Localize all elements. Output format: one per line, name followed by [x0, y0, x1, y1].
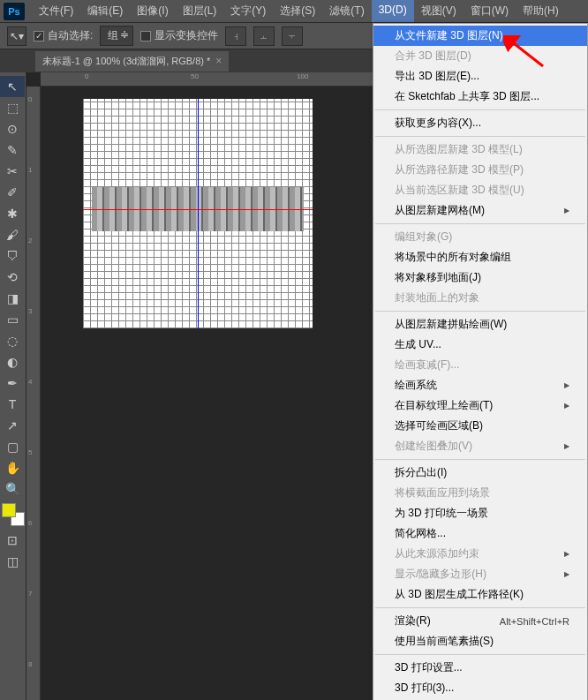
tool-preset-picker[interactable]: ↖▾: [7, 26, 26, 46]
auto-select-target-dropdown[interactable]: 组: [100, 26, 133, 46]
show-transform-checkbox[interactable]: 显示变换控件: [140, 28, 218, 43]
menu-e[interactable]: 编辑(E): [80, 0, 130, 22]
menu-separator: [375, 223, 585, 224]
menu-item-label: 将横截面应用到场景: [395, 485, 490, 501]
lasso-tool[interactable]: ⊙: [0, 118, 25, 139]
menu-l[interactable]: 图层(L): [176, 0, 224, 22]
menu-item-label: 绘画系统: [395, 378, 437, 393]
menu-item-label: 从此来源添加约束: [395, 546, 479, 561]
menu-item[interactable]: 绘画系统: [373, 375, 587, 395]
quick-mask[interactable]: ◫: [0, 551, 25, 572]
menu-y[interactable]: 文字(Y): [223, 0, 273, 22]
hand-tool[interactable]: ✋: [0, 457, 25, 478]
edit-toolbar[interactable]: ⊡: [0, 530, 25, 551]
color-swatches[interactable]: [2, 503, 25, 526]
menu-item[interactable]: 在 Sketchfab 上共享 3D 图层...: [373, 87, 587, 107]
quick-select-tool[interactable]: ✎: [0, 139, 25, 161]
zoom-tool[interactable]: 🔍: [0, 478, 25, 500]
menu-item: 编组对象(G): [373, 227, 587, 247]
menu-item-label: 从所选路径新建 3D 模型(P): [395, 162, 524, 177]
eyedropper-tool[interactable]: ✐: [0, 182, 25, 203]
menu-item[interactable]: 3D 打印设置...: [373, 658, 587, 678]
menu-item[interactable]: 将对象移到地面(J): [373, 267, 587, 288]
menu-item: 将横截面应用到场景: [373, 483, 587, 503]
menu-item-label: 将对象移到地面(J): [395, 270, 481, 285]
spot-heal-tool[interactable]: ✱: [0, 203, 25, 224]
vertical-ruler[interactable]: 012345678: [26, 87, 41, 700]
brush-tool[interactable]: 🖌: [0, 224, 25, 245]
menu-item-label: 拆分凸出(I): [395, 465, 447, 480]
vertical-guide[interactable]: [198, 99, 199, 328]
menu-w[interactable]: 窗口(W): [464, 0, 516, 22]
document-canvas[interactable]: [83, 99, 313, 328]
menu-item-label: 在 Sketchfab 上共享 3D 图层...: [395, 89, 539, 104]
menu-shortcut: Alt+Shift+Ctrl+R: [500, 616, 569, 627]
path-select-tool[interactable]: ↗: [0, 415, 25, 436]
menu-t[interactable]: 滤镜(T): [322, 0, 371, 22]
rectangle-tool[interactable]: ▢: [0, 436, 25, 457]
menu-i[interactable]: 图像(I): [130, 0, 175, 22]
menu-item[interactable]: 渲染(R)Alt+Shift+Ctrl+R: [373, 611, 587, 631]
pen-tool[interactable]: ✒: [0, 373, 25, 394]
menu-s[interactable]: 选择(S): [273, 0, 322, 22]
ruler-tick: 0: [85, 72, 88, 80]
menu-item[interactable]: 从 3D 图层生成工作路径(K): [373, 584, 587, 605]
ruler-tick: 0: [28, 95, 32, 103]
menu-item-label: 绘画衰减(F)...: [395, 358, 459, 373]
menu-item-label: 生成 UV...: [395, 337, 441, 352]
menu-item[interactable]: 简化网格...: [373, 523, 587, 544]
show-transform-label: 显示变换控件: [155, 28, 218, 43]
menu-item[interactable]: 生成 UV...: [373, 335, 587, 355]
document-tab[interactable]: 未标题-1 @ 100% (3d溜溜网, RGB/8) * ×: [35, 51, 229, 72]
menu-item[interactable]: 导出 3D 图层(E)...: [373, 66, 587, 87]
menu-item-label: 获取更多内容(X)...: [395, 116, 481, 131]
eraser-tool[interactable]: ◨: [0, 288, 25, 309]
menu-item-label: 从图层新建网格(M): [395, 203, 485, 218]
menu-item[interactable]: 拆分凸出(I): [373, 463, 587, 483]
ruler-tick: 3: [28, 307, 32, 315]
menu-separator: [375, 109, 585, 110]
auto-select-label: 自动选择:: [48, 28, 93, 43]
stamp-tool[interactable]: ⛉: [0, 245, 25, 267]
ruler-tick: 2: [28, 237, 32, 245]
ruler-tick: 50: [191, 72, 199, 80]
menu-3dd[interactable]: 3D(D): [372, 0, 414, 22]
auto-select-checkbox[interactable]: ✓ 自动选择:: [34, 28, 93, 43]
menu-item[interactable]: 将场景中的所有对象编组: [373, 247, 587, 267]
menu-f[interactable]: 文件(F): [32, 0, 80, 22]
menu-bar: Ps 文件(F)编辑(E)图像(I)图层(L)文字(Y)选择(S)滤镜(T)3D…: [0, 0, 588, 23]
crop-tool[interactable]: ✂: [0, 161, 25, 182]
horizontal-guide[interactable]: [83, 209, 313, 210]
menu-item-label: 从图层新建拼贴绘画(W): [395, 317, 507, 332]
menu-item[interactable]: 在目标纹理上绘画(T): [373, 395, 587, 416]
menu-item[interactable]: 获取更多内容(X)...: [373, 113, 587, 133]
menu-item[interactable]: 从图层新建网格(M): [373, 200, 587, 221]
type-tool[interactable]: T: [0, 394, 25, 415]
menu-item[interactable]: 使用当前画笔素描(S): [373, 631, 587, 651]
menu-item-label: 使用当前画笔素描(S): [395, 634, 494, 649]
align-center-icon[interactable]: ⫠: [253, 26, 275, 46]
foreground-color-swatch[interactable]: [2, 503, 16, 517]
ruler-tick: 8: [28, 660, 32, 668]
menu-item: 封装地面上的对象: [373, 288, 587, 308]
align-right-icon[interactable]: ⫟: [282, 26, 303, 46]
menu-item-label: 从文件新建 3D 图层(N)...: [395, 28, 512, 43]
history-brush-tool[interactable]: ⟲: [0, 267, 25, 288]
marquee-tool[interactable]: ⬚: [0, 97, 25, 118]
align-left-icon[interactable]: ⫞: [225, 26, 246, 46]
menu-v[interactable]: 视图(V): [414, 0, 464, 22]
menu-item: 从当前选区新建 3D 模型(U): [373, 180, 587, 200]
dodge-tool[interactable]: ◐: [0, 351, 25, 373]
menu-item-label: 选择可绘画区域(B): [395, 418, 483, 433]
menu-h[interactable]: 帮助(H): [516, 0, 566, 22]
gradient-tool[interactable]: ▭: [0, 309, 25, 330]
move-tool[interactable]: ↖: [0, 76, 25, 97]
menu-item[interactable]: 为 3D 打印统一场景: [373, 503, 587, 523]
close-tab-icon[interactable]: ×: [215, 55, 222, 67]
blur-tool[interactable]: ◌: [0, 330, 25, 351]
menu-item[interactable]: 选择可绘画区域(B): [373, 416, 587, 436]
menu-item[interactable]: 从图层新建拼贴绘画(W): [373, 314, 587, 335]
menu-item: 创建绘图叠加(V): [373, 436, 587, 456]
menu-item[interactable]: 3D 打印(3)...: [373, 678, 587, 698]
menu-item[interactable]: 从文件新建 3D 图层(N)...: [373, 26, 587, 46]
